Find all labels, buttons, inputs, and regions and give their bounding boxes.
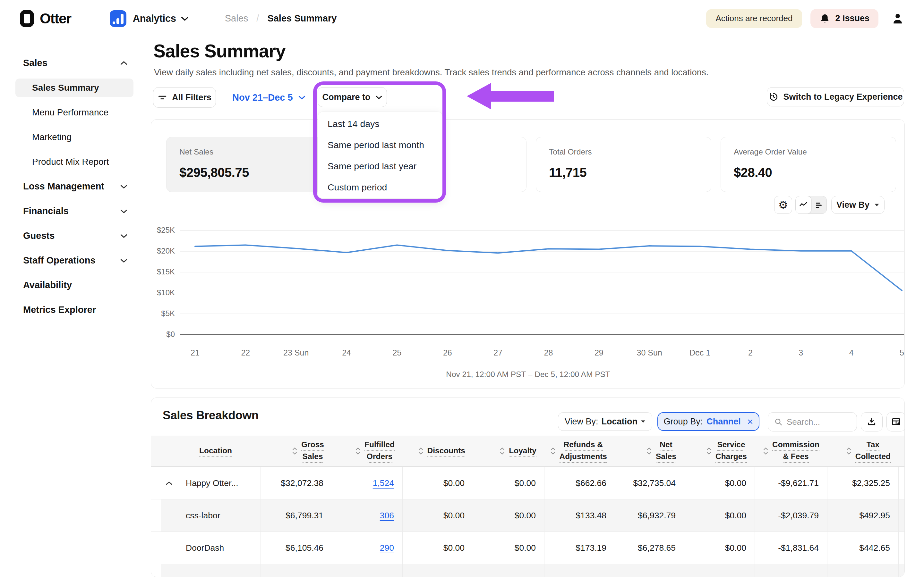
app-switcher[interactable]: Analytics: [133, 13, 176, 24]
user-avatar-icon[interactable]: [891, 12, 904, 25]
sort-icon[interactable]: [904, 446, 905, 456]
line-chart-toggle[interactable]: [796, 196, 811, 213]
x-axis-tick: 28: [526, 348, 571, 358]
sidebar-item-sales-summary[interactable]: Sales Summary: [0, 75, 148, 100]
x-axis-tick: Dec 1: [678, 348, 722, 358]
table-row-doordash[interactable]: DoorDash$6,105.46290$0.00$0.00$173.19$6,…: [151, 532, 905, 564]
compare-option-same-period-last-month[interactable]: Same period last month: [318, 134, 443, 155]
sidebar-item-guests[interactable]: Guests: [0, 223, 148, 248]
sidebar-item-sales[interactable]: Sales: [0, 51, 148, 75]
kpi-value: $295,805.75: [179, 165, 249, 180]
sort-icon[interactable]: [418, 446, 423, 456]
column-header-refunds-adjustments[interactable]: Refunds &Adjustments: [544, 436, 615, 466]
cell: $0.00: [684, 467, 754, 499]
sort-icon[interactable]: [763, 446, 768, 456]
collapse-row-icon[interactable]: [165, 481, 173, 486]
column-header-tax-collected[interactable]: TaxCollected: [827, 436, 898, 466]
sidebar-item-financials[interactable]: Financials: [0, 199, 148, 223]
group-by-chip[interactable]: Group By: Channel ×: [657, 412, 759, 431]
sidebar-item-marketing[interactable]: Marketing: [0, 125, 148, 149]
download-button[interactable]: [861, 412, 883, 432]
column-label: GrossSales: [301, 439, 324, 463]
breakdown-view-by-button[interactable]: View By: Location: [558, 412, 652, 431]
cell: $0.00: [402, 467, 473, 499]
chart-type-toggle[interactable]: [795, 196, 827, 214]
date-range-button[interactable]: Nov 21–Dec 5: [232, 87, 306, 108]
sidebar-item-product-mix-report[interactable]: Product Mix Report: [0, 149, 148, 174]
analytics-app-icon[interactable]: [110, 10, 126, 27]
column-header-loyalty[interactable]: Loyalty: [473, 436, 544, 466]
breadcrumb-sales[interactable]: Sales: [225, 13, 248, 24]
sidebar-item-availability[interactable]: Availability: [0, 273, 148, 298]
sort-icon[interactable]: [646, 446, 652, 456]
otter-logo-icon[interactable]: [20, 10, 34, 27]
x-axis-tick: 30 Sun: [627, 348, 672, 358]
y-axis-tick: $5K: [151, 309, 175, 318]
switch-legacy-button[interactable]: Switch to Legacy Experience: [767, 87, 904, 106]
sort-icon[interactable]: [706, 446, 712, 456]
sidebar-item-label: Guests: [23, 230, 55, 241]
history-icon: [768, 92, 779, 102]
column-header-commission-fees[interactable]: Commission& Fees: [754, 436, 827, 466]
column-header-extra[interactable]: [898, 436, 905, 466]
column-header-net-sales[interactable]: NetSales: [615, 436, 684, 466]
cell: -$9,621.71: [754, 467, 827, 499]
cell: $0.00: [402, 532, 473, 564]
sort-icon[interactable]: [846, 446, 851, 456]
column-header-fulfilled-orders[interactable]: FulfilledOrders: [332, 436, 402, 466]
table-row-css-labor[interactable]: css-labor$6,799.31306$0.00$0.00$133.48$6…: [151, 499, 905, 532]
chart-view-by-button[interactable]: View By: [831, 196, 885, 214]
compare-to-button[interactable]: Compare to: [318, 87, 387, 107]
table-row-happy-otter[interactable]: Happy Otter...$32,072.381,524$0.00$0.00$…: [151, 467, 905, 499]
issues-button[interactable]: 2 issues: [811, 9, 879, 28]
search-input[interactable]: [787, 417, 848, 427]
column-header-discounts[interactable]: Discounts: [402, 436, 473, 466]
close-icon[interactable]: ×: [747, 416, 753, 428]
cell: $503.64: [827, 564, 898, 577]
bar-chart-toggle[interactable]: [811, 196, 827, 213]
chevron-down-icon: [120, 234, 128, 239]
x-axis-tick: 29: [577, 348, 622, 358]
sidebar-item-menu-performance[interactable]: Menu Performance: [0, 100, 148, 125]
compare-option-custom-period[interactable]: Custom period: [318, 177, 443, 198]
fulfilled-orders-link[interactable]: 290: [380, 543, 394, 553]
sidebar-item-loss-management[interactable]: Loss Management: [0, 174, 148, 199]
x-axis-tick: 21: [173, 348, 218, 358]
all-filters-button[interactable]: All Filters: [153, 87, 216, 108]
column-header-gross-sales[interactable]: GrossSales: [260, 436, 332, 466]
kpi-card-total-orders[interactable]: Total Orders11,715: [536, 137, 711, 192]
sidebar-item-metrics-explorer[interactable]: Metrics Explorer: [0, 298, 148, 322]
compare-option-same-period-last-year[interactable]: Same period last year: [318, 155, 443, 177]
cell: $0.00: [473, 564, 544, 577]
sort-icon[interactable]: [499, 446, 505, 456]
kpi-value: 11,715: [549, 165, 586, 180]
edit-columns-button[interactable]: [887, 412, 905, 432]
breakdown-search[interactable]: [768, 412, 857, 432]
chart-settings-button[interactable]: ⚙: [774, 196, 792, 214]
table-edit-icon: [891, 417, 901, 427]
cell: -$2,039.79: [754, 500, 827, 532]
view-by-prefix: View By:: [565, 417, 598, 427]
kpi-card-average-order-value[interactable]: Average Order Value$28.40: [720, 137, 896, 192]
kpi-card-net-sales[interactable]: Net Sales$295,805.75: [166, 137, 342, 192]
x-axis-tick: 2: [728, 348, 773, 358]
top-bar: Otter Analytics Sales / Sales Summary Ac…: [0, 0, 924, 37]
column-header-location: Location: [151, 436, 260, 466]
sort-icon[interactable]: [355, 446, 360, 456]
fulfilled-orders-link[interactable]: 338: [380, 575, 394, 577]
cell-extra: [898, 467, 905, 499]
fulfilled-orders-link[interactable]: 1,524: [373, 478, 394, 488]
fulfilled-orders-link[interactable]: 306: [380, 511, 394, 521]
sidebar-item-staff-operations[interactable]: Staff Operations: [0, 248, 148, 273]
otter-logo-word[interactable]: Otter: [40, 11, 71, 27]
column-header-service-charges[interactable]: ServiceCharges: [684, 436, 754, 466]
location-name: Happy Otter...: [186, 478, 238, 488]
sort-icon[interactable]: [292, 446, 297, 456]
cell: $133.48: [544, 500, 615, 532]
table-row-uber-eats[interactable]: Uber Eats$6,046.81338$0.00$0.00$114.24$6…: [151, 564, 905, 577]
cell-extra: [898, 532, 905, 564]
column-label: Commission& Fees: [772, 439, 819, 463]
chevron-down-icon[interactable]: [181, 16, 189, 21]
sort-icon[interactable]: [550, 446, 556, 456]
compare-option-last-14-days[interactable]: Last 14 days: [318, 113, 443, 134]
